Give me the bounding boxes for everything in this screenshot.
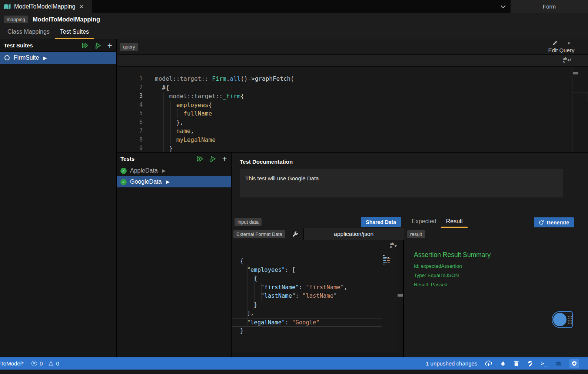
terminal-icon[interactable]: >_ [541,361,548,366]
scrollbar-thumb[interactable] [573,72,578,74]
code-line: 5 fullName [117,109,294,118]
tab-test-suites[interactable]: Test Suites [55,26,94,39]
breadcrumb: mapping ModelToModelMapping [0,13,588,26]
line-number: 8 [117,136,143,144]
spy-icon[interactable] [555,361,562,366]
warning-count: 0 [56,360,59,367]
code-line: 2 #{ [117,83,294,92]
code-line: "employees": [ [232,266,382,275]
query-editor-scrollbar[interactable] [572,67,588,152]
test-documentation-input[interactable]: This test will use Google Data [240,169,563,197]
line-number: 6 [117,118,143,127]
map-icon [4,4,11,10]
test-passed-icon: ✓ [120,168,127,174]
code-line: 9 } [117,144,294,152]
assertion-id: Id: expectedAssertion [414,263,588,269]
form-mode-button[interactable]: Form [511,0,588,13]
flame-icon[interactable] [500,360,506,367]
line-number: 5 [117,109,143,118]
json-editor-scrollbar[interactable] [397,240,403,352]
minimap-slider[interactable] [573,93,588,101]
run-failed-tests-icon[interactable] [209,156,217,162]
test-passed-icon: ✓ [120,179,127,185]
project-name[interactable]: lToModel* [0,360,24,367]
warning-icon: ⚠ [48,361,53,367]
code-line: 1model::target::_Firm.all()->graphFetch( [117,74,294,83]
pencil-icon [552,40,558,46]
indent-guide [247,266,248,327]
word-wrap-icon[interactable]: abc↵ [563,57,572,63]
suite-label: FirmSuite [14,54,39,61]
error-count-icon: ✕ [31,361,37,366]
input-data-json-editor[interactable]: abc↵ { "employees": [ { "firstName": "fi… [232,240,404,352]
tab-class-mappings[interactable]: Class Mappings [2,26,55,39]
shared-data-button[interactable]: Shared Data [361,217,401,227]
indent-guide [163,92,164,152]
run-all-tests-icon[interactable] [196,156,204,162]
run-all-suites-icon[interactable] [82,42,89,49]
add-suite-button[interactable]: + [107,42,112,49]
tab-title: ModelToModelMapping [14,3,75,10]
test-suites-panel-header: Test Suites + [0,39,116,52]
assertion-result-panel: Assertion Result Summary Id: expectedAss… [404,240,588,357]
indent-guide [170,101,171,144]
result-badge: result [407,230,425,238]
refresh-icon [539,220,544,225]
legend-studio-app: ModelToModelMapping × Form mapping Model… [0,0,588,374]
tests-panel-header: Tests + [117,153,231,165]
query-badge: query [120,43,138,51]
content-type-selector[interactable]: application/json [303,228,404,240]
tab-expected[interactable]: Expected [407,216,441,228]
virtual-assistant-button[interactable] [552,311,573,328]
run-failed-suites-icon[interactable] [94,42,102,49]
generate-label: Generate [547,220,569,226]
cloud-upload-icon[interactable] [485,360,493,367]
test-item-appledata[interactable]: ✓ AppleData ▶ [117,165,231,176]
editor-tab-bar: ModelToModelMapping × Form [0,0,588,13]
tab-model-to-model-mapping[interactable]: ModelToModelMapping × [0,0,92,13]
add-test-button[interactable]: + [222,155,227,163]
code-line: 8 myLegalName [117,136,294,144]
chevron-down-icon[interactable] [496,0,510,13]
element-title: ModelToModelMapping [33,16,100,23]
code-line: 4 employees{ [117,101,294,110]
assertion-type: Type: EqualToJSON [414,273,588,278]
code-line: 3 model::target::_Firm{ [117,92,294,101]
shield-plus-icon[interactable] [569,359,579,368]
hammer-icon[interactable] [527,360,534,367]
suite-item-firmsuite[interactable]: FirmSuite ▶ [0,52,116,64]
code-line: 7 name, [117,127,294,136]
tab-result[interactable]: Result [441,216,468,228]
query-editor-toolbar: abc↵ [117,55,588,67]
result-section-header: Expected Result Generate [404,216,588,228]
run-suite-icon[interactable]: ▶ [43,55,47,61]
assistant-circle-icon[interactable] [553,313,567,326]
test-label: GoogleData [130,178,162,185]
json-editor-footer [232,352,404,357]
indent-guide [177,109,178,118]
run-test-icon[interactable]: ▶ [162,168,166,173]
code-line: ], [232,309,382,318]
edit-query-caret-icon[interactable]: ▼ [567,41,571,45]
input-data-badge: input data [235,218,262,226]
generate-button[interactable]: Generate [534,217,574,227]
element-type-badge: mapping [4,16,28,23]
assertion-summary-title: Assertion Result Summary [414,251,588,259]
indent-guide [254,274,255,309]
wrench-icon[interactable] [292,231,298,237]
scrollbar-thumb[interactable] [398,294,403,297]
test-label: AppleData [130,167,158,174]
input-data-header: input data Shared Data [232,216,404,228]
mapping-editor-tabs: Class Mappings Test Suites [0,26,588,39]
close-icon[interactable]: × [79,3,83,10]
test-item-googledata[interactable]: ✓ GoogleData ▶ [117,176,231,187]
query-code-editor[interactable]: 1model::target::_Firm.all()->graphFetch(… [117,67,588,152]
edit-query-button[interactable]: ▼ Edit Query [543,40,580,53]
drag-handle-icon[interactable] [568,316,572,324]
window-bottom-strip [0,370,588,374]
run-test-icon[interactable]: ▶ [166,179,169,184]
trash-icon[interactable] [513,360,519,367]
form-mode-label: Form [543,3,556,10]
assertion-result: Result: Passed [414,282,588,287]
test-documentation-title: Test Documentation [240,158,293,165]
